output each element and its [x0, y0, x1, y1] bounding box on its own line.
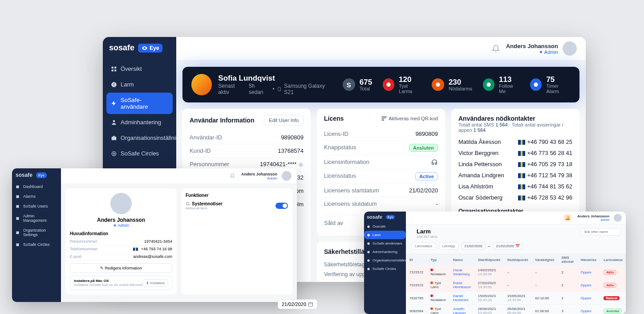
table-row[interactable]: 7632785NödalarmDaniel Hedström15/05/2023… — [406, 292, 626, 305]
contact-row: Oscar Söderberg+46 728 53 42 96 — [458, 192, 572, 203]
alarm-indicator-icon[interactable]: 🔔 — [564, 214, 571, 221]
contact-row: Matilda Åkesson+46 790 43 68 25 — [458, 136, 572, 147]
user-menu[interactable]: Anders Johansson Admin — [241, 171, 292, 181]
search-input[interactable] — [581, 228, 621, 236]
sidebar-item[interactable]: Organisationsinställning — [364, 256, 406, 265]
license-row: Licensens slutdatum- — [324, 197, 438, 210]
contact-row: Lisa Ahlström+46 744 81 35 62 — [458, 181, 572, 192]
hero-name: Sofia Lundqvist — [218, 74, 333, 83]
svg-rect-5 — [113, 83, 114, 85]
svg-point-30 — [367, 259, 369, 261]
license-row: KnappstatusAnsluten — [324, 141, 438, 155]
table-row[interactable]: 7372572NödalarmOscar Söderberg14/02/2023… — [406, 266, 626, 279]
sidebar-item--versikt[interactable]: Översikt — [106, 61, 173, 76]
svg-rect-19 — [382, 119, 384, 121]
functions-card: Funktioner Systemnotiser Aktiverat larm — [181, 188, 292, 294]
svg-point-12 — [386, 82, 390, 86]
bell-icon[interactable] — [492, 45, 500, 53]
svg-rect-1 — [114, 66, 116, 68]
svg-rect-2 — [112, 69, 113, 71]
svg-point-15 — [534, 82, 538, 86]
sidebar-item[interactable]: Alarms — [12, 192, 61, 201]
sidebar-item[interactable]: Adminhantering — [364, 248, 406, 256]
sidebar-item[interactable]: Översikt — [364, 222, 406, 231]
calendar-icon — [308, 302, 313, 307]
svg-point-10 — [112, 151, 116, 155]
svg-rect-6 — [113, 86, 114, 86]
sidebar-item[interactable]: Dashboard — [12, 182, 61, 192]
edit-info-button[interactable]: ✎ Redigera information — [70, 263, 172, 273]
date-from[interactable]: 21/02/2020 — [461, 242, 485, 250]
topbar: Anders Johansson Admin — [176, 37, 586, 61]
card-title: Licens — [324, 115, 344, 122]
edit-user-button[interactable]: Edit User Info — [264, 115, 304, 126]
svg-point-31 — [367, 268, 369, 270]
topbar-user-name: Anders Johansson — [506, 43, 558, 49]
install-button[interactable]: ⬇ Installera — [142, 279, 168, 287]
sidebar: sosafe Eye DashboardAlarmsSoSafe UsersAd… — [12, 168, 61, 302]
svg-rect-25 — [16, 243, 19, 246]
svg-rect-8 — [112, 137, 117, 140]
svg-rect-22 — [16, 205, 19, 208]
user-hero-bar: Sofia Lundqvist Senast aktiv 5h sedan • … — [182, 67, 579, 102]
license-row: LicensstatusActive — [324, 169, 438, 184]
sidebar-item-larm[interactable]: Larm — [106, 77, 173, 92]
sidebar-item-adminhantering[interactable]: Adminhantering — [106, 115, 173, 130]
svg-rect-32 — [309, 302, 313, 306]
date-to[interactable]: 21/02/2020 📅 — [493, 242, 523, 250]
qr-activate-link[interactable]: Aktiveras med QR-kod — [381, 116, 438, 121]
svg-point-13 — [436, 82, 440, 86]
license-row: Licensens startdatum21/02/2020 — [324, 184, 438, 197]
sidebar-item[interactable]: Admin Management — [12, 211, 61, 225]
filter-status[interactable]: Larmstatus — [411, 242, 436, 250]
user-menu[interactable]: Anders Johansson Admin — [506, 41, 577, 56]
svg-rect-11 — [278, 87, 281, 91]
logo: sosafe Eye — [103, 37, 176, 61]
sidebar-item[interactable]: SoSafe Circles — [364, 265, 406, 273]
card-title: Användar Information — [190, 117, 254, 124]
license-row: Licensinformation — [324, 155, 438, 169]
install-card: Installera på Mac OS Installera SoSafe E… — [70, 276, 172, 290]
sidebar-item[interactable]: SoSafe Users — [12, 201, 61, 211]
svg-point-29 — [367, 251, 369, 253]
table-row[interactable]: 9092984Tyst LarmJosefin Larsson28/06/202… — [406, 305, 626, 314]
notifications-toggle[interactable] — [275, 203, 288, 209]
sidebar-item-sosafe-circles[interactable]: SoSafe Circles — [106, 146, 173, 161]
svg-rect-21 — [16, 195, 19, 198]
avatar — [563, 41, 577, 56]
alarms-window: sosafe Eye ÖversiktLarmSoSafe-användareA… — [364, 212, 626, 314]
svg-rect-24 — [16, 231, 19, 234]
svg-rect-18 — [385, 117, 386, 118]
contact-row: Linda Pettersson+46 705 29 73 18 — [458, 159, 572, 170]
eye-badge: Eye — [138, 44, 162, 53]
sidebar-item[interactable]: SoSafe-användare — [364, 239, 406, 248]
svg-point-28 — [367, 242, 369, 245]
svg-rect-23 — [16, 217, 19, 220]
svg-point-27 — [367, 234, 369, 236]
svg-point-26 — [367, 225, 369, 228]
avatar — [110, 193, 132, 214]
sidebar-item[interactable]: SoSafe Circles — [12, 240, 61, 249]
sidebar-item-sosafe-anv-ndare[interactable]: SoSafe-användare — [106, 93, 173, 114]
profile-card: Anders Johansson ★ Admin Huvudinformatio… — [65, 188, 177, 294]
sidebar-item-organisationsinst-llninga[interactable]: Organisationsinställninga — [106, 130, 173, 145]
svg-point-14 — [486, 82, 490, 86]
sidebar: sosafe Eye ÖversiktLarmSoSafe-användareA… — [364, 212, 406, 314]
svg-point-9 — [113, 153, 115, 155]
contact-row: Amanda Lindgren+46 712 54 79 38 — [458, 170, 572, 181]
svg-rect-0 — [112, 66, 113, 68]
sidebar-item[interactable]: Organization Settings — [12, 225, 61, 240]
svg-rect-3 — [114, 69, 116, 71]
hero-avatar — [191, 74, 212, 95]
sidebar-item[interactable]: Larm — [364, 231, 406, 239]
user-menu[interactable]: Anders Johansson Admin — [577, 214, 622, 222]
bell-icon[interactable] — [230, 173, 235, 179]
svg-point-16 — [300, 164, 302, 165]
svg-point-7 — [113, 120, 115, 122]
alarms-table: IDTypNamnStarttidpunktSluttidpunktVarakt… — [406, 253, 626, 314]
svg-rect-17 — [382, 117, 384, 118]
profile-window: sosafe Eye DashboardAlarmsSoSafe UsersAd… — [12, 168, 297, 302]
table-row[interactable]: 7372572Tyst LarmRobin Henriksson27/02/20… — [406, 279, 626, 292]
stat-nödalarms: 230Nödalarms — [432, 76, 472, 94]
filter-type[interactable]: Larmtyp — [439, 242, 459, 250]
